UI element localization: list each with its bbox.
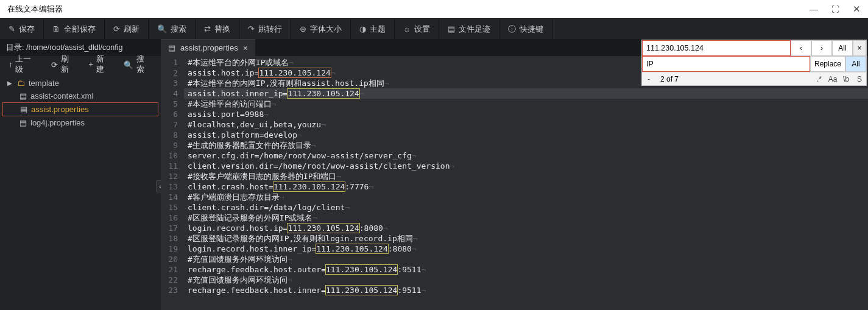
replace-input[interactable]	[642, 56, 810, 72]
window-controls: — ⛶ ✕	[810, 4, 861, 15]
code-line: client.crash.host=111.230.105.124:7776¬	[188, 181, 454, 192]
regex-toggle[interactable]: .*	[813, 75, 826, 83]
line-number: 10	[161, 150, 178, 161]
code-line: #区服登陆记录服务的外网IP或域名¬	[188, 213, 454, 223]
minimize-button[interactable]: —	[810, 4, 818, 14]
toolbar-字体大小[interactable]: ⊕字体大小	[291, 19, 351, 40]
file-name: log4j.properties	[30, 118, 85, 127]
case-toggle[interactable]: Aa	[826, 75, 839, 83]
file-icon: ▤	[168, 43, 175, 52]
toolbar-label: 字体大小	[310, 24, 342, 35]
code-content: #本运维平台的外网IP或域名¬assist.host.ip=111.230.10…	[188, 57, 454, 295]
toolbar-icon: ↷	[248, 24, 255, 33]
search-status: 2 of 7	[655, 75, 813, 83]
code-line: client.crash.dir=/data/log/client¬	[188, 202, 454, 213]
selection-toggle[interactable]: S	[853, 75, 866, 83]
toolbar-label: 快捷键	[520, 24, 543, 35]
line-number: 9	[161, 140, 178, 150]
toolbar-label: 保存	[19, 24, 35, 35]
code-line: #充值回馈服务内网环境访问¬	[188, 275, 454, 285]
toolbar-跳转行[interactable]: ↷跳转行	[239, 19, 291, 40]
file-name: assist.properties	[31, 105, 89, 114]
toolbar-替换[interactable]: ⇄替换	[196, 19, 239, 40]
sidebar-tool-搜索[interactable]: 🔍搜索	[118, 56, 158, 73]
toolbar-icon: ⊕	[300, 24, 306, 33]
code-line: #本运维平台的内网IP,没有则和assist.host.ip相同¬	[188, 78, 454, 88]
path-bar: 目录: /home/root/assist_dldl/config	[0, 39, 161, 56]
search-toggle-button[interactable]: -	[642, 75, 655, 83]
maximize-button[interactable]: ⛶	[831, 5, 839, 14]
line-number: 18	[161, 233, 178, 244]
line-gutter: 1234567891011121314151617181920212223	[161, 56, 184, 295]
sb-tool-label: 新建	[96, 54, 112, 75]
code-line: login.record.host.inner_ip=111.230.105.1…	[188, 244, 454, 254]
toolbar-label: 文件足迹	[459, 24, 490, 35]
search-match: 111.230.105.124	[316, 244, 387, 253]
search-close-button[interactable]: ×	[853, 40, 866, 56]
search-match: 111.230.105.124	[288, 224, 359, 233]
toolbar-刷新[interactable]: ⟳刷新	[105, 19, 149, 40]
line-number: 19	[161, 244, 178, 254]
search-input[interactable]	[642, 40, 791, 56]
toolbar-icon: ⟳	[113, 24, 120, 33]
toolbar-主题[interactable]: ◑主题	[351, 19, 395, 40]
code-line: assist.platform=develop¬	[188, 130, 454, 140]
code-line: #localhost,dev_ui,beta,youzu¬	[188, 119, 454, 130]
search-match: 111.230.105.124	[326, 265, 397, 274]
toolbar-搜索[interactable]: 🔍搜索	[149, 19, 196, 40]
line-number: 8	[161, 130, 178, 140]
sidebar-tool-上一级[interactable]: ↑上一级	[2, 56, 45, 73]
line-number: 21	[161, 264, 178, 275]
path-value: /home/root/assist_dldl/config	[26, 43, 122, 52]
line-number: 4	[161, 88, 178, 99]
sidebar-tool-刷新[interactable]: ⟳刷新	[45, 56, 83, 73]
toolbar-icon: ▤	[448, 24, 455, 33]
close-button[interactable]: ✕	[853, 4, 861, 15]
code-line: #接收客户端崩溃日志的服务器的IP和端口¬	[188, 171, 454, 181]
code-line: login.record.host.ip=111.230.105.124:808…	[188, 223, 454, 233]
sb-tool-label: 搜索	[136, 54, 152, 75]
folder-item-template[interactable]: ▶ 🗀 template	[0, 77, 161, 90]
folder-name: template	[29, 79, 59, 88]
path-label: 目录:	[6, 43, 24, 53]
toolbar-保存[interactable]: ✎保存	[0, 19, 44, 40]
search-all-button[interactable]: All	[832, 40, 853, 56]
toolbar-icon: ☼	[403, 24, 411, 33]
toolbar-label: 全部保存	[64, 24, 96, 35]
find-next-button[interactable]: ›	[811, 40, 832, 56]
sb-tool-icon: +	[88, 60, 93, 69]
sb-tool-icon: ⟳	[51, 60, 58, 69]
wholeword-toggle[interactable]: \b	[839, 75, 853, 83]
sb-tool-label: 刷新	[61, 54, 77, 75]
replace-all-button[interactable]: All	[845, 56, 866, 72]
code-line: assist.host.inner_ip=111.230.105.124¬	[188, 88, 454, 99]
search-match: 111.230.105.124	[288, 89, 359, 98]
file-item-log4j.properties[interactable]: ▤log4j.properties	[0, 116, 161, 129]
line-number: 22	[161, 275, 178, 285]
code-line: recharge.feedback.host.outer=111.230.105…	[188, 264, 454, 275]
replace-button[interactable]: Replace	[810, 56, 845, 72]
code-line: #客户端崩溃日志存放目录¬	[188, 192, 454, 202]
toolbar-全部保存[interactable]: 🗎全部保存	[44, 19, 105, 40]
editor-zone: ‹ ▤ assist.properties × 1234567891011121…	[161, 39, 868, 310]
line-number: 15	[161, 202, 178, 213]
tab-close-icon[interactable]: ×	[243, 43, 248, 53]
file-item-assist.properties[interactable]: ▤assist.properties	[2, 102, 158, 116]
code-line: recharge.feedback.host.inner=111.230.105…	[188, 285, 454, 295]
search-replace-panel: ‹ › All × Replace All - 2 of 7 .* Aa \b …	[641, 40, 867, 86]
find-prev-button[interactable]: ‹	[791, 40, 811, 56]
toolbar-设置[interactable]: ☼设置	[395, 19, 439, 40]
toolbar-文件足迹[interactable]: ▤文件足迹	[439, 19, 499, 40]
folder-icon: 🗀	[17, 79, 25, 88]
file-item-assist-context.xml[interactable]: ▤assist-context.xml	[0, 90, 161, 102]
toolbar-icon: ⓘ	[508, 24, 516, 35]
titlebar: 在线文本编辑器 — ⛶ ✕	[0, 0, 868, 18]
sb-tool-icon: ↑	[9, 60, 12, 69]
line-number: 23	[161, 285, 178, 295]
sidebar-toolbar: ↑上一级⟳刷新+新建🔍搜索	[0, 56, 161, 73]
tab-assist-properties[interactable]: ▤ assist.properties ×	[161, 39, 255, 56]
code-line: assist.port=9988¬	[188, 109, 454, 119]
sidebar-tool-新建[interactable]: +新建	[82, 56, 118, 73]
code-editor[interactable]: 1234567891011121314151617181920212223 #本…	[161, 56, 868, 310]
toolbar-快捷键[interactable]: ⓘ快捷键	[499, 19, 552, 40]
